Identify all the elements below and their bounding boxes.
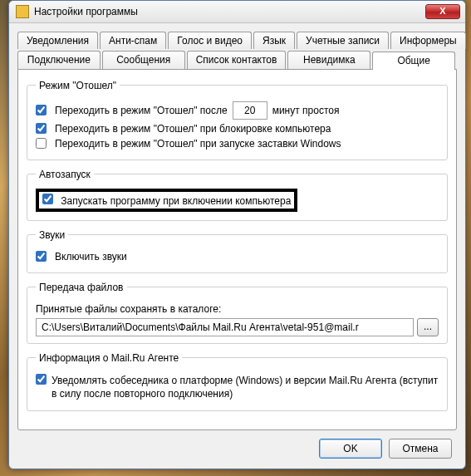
tab-contact-list[interactable]: Список контактов: [187, 51, 287, 69]
tab-invisible[interactable]: Невидимка: [287, 51, 370, 69]
tab-voice-video[interactable]: Голос и видео: [168, 32, 252, 49]
tab-accounts[interactable]: Учетные записи: [297, 32, 389, 49]
tab-messages[interactable]: Сообщения: [102, 51, 185, 69]
file-save-label: Принятые файлы сохранять в каталоге:: [36, 303, 221, 315]
dialog-buttons: OK Отмена: [17, 430, 457, 460]
group-agent-info: Информация о Mail.Ru Агенте Уведомлять с…: [27, 352, 448, 411]
cancel-button[interactable]: Отмена: [389, 439, 452, 459]
tab-general[interactable]: Общие: [372, 52, 455, 70]
tab-language[interactable]: Язык: [253, 32, 295, 49]
group-sounds-legend: Звуки: [36, 229, 68, 241]
group-autorun: Автозапуск Запускать программу при включ…: [27, 169, 448, 221]
tab-informers[interactable]: Информеры: [390, 32, 466, 49]
group-file-transfer: Передача файлов Принятые файлы сохранять…: [27, 282, 448, 344]
away-after-checkbox[interactable]: [36, 105, 47, 115]
app-icon: [16, 5, 29, 18]
sounds-checkbox[interactable]: [36, 251, 47, 262]
tab-panel-general: Режим "Отошел" Переходить в режим "Отоше…: [17, 69, 457, 430]
group-sounds: Звуки Включить звуки: [27, 229, 448, 273]
away-on-lock-checkbox[interactable]: [36, 123, 47, 134]
notify-platform-label[interactable]: Уведомлять собеседника о платформе (Wind…: [52, 374, 439, 400]
autorun-label[interactable]: Запускать программу при включении компью…: [42, 194, 291, 207]
away-after-label[interactable]: Переходить в режим "Отошел" после: [36, 105, 228, 116]
tab-antispam[interactable]: Анти-спам: [100, 32, 166, 49]
group-file-legend: Передача файлов: [36, 282, 127, 293]
window-title: Настройки программы: [34, 6, 425, 17]
settings-window: Настройки программы X Уведомления Анти-с…: [8, 0, 466, 469]
away-on-saver-label[interactable]: Переходить в режим "Отошел" при запуске …: [36, 138, 341, 150]
ok-button[interactable]: OK: [319, 439, 382, 459]
notify-platform-checkbox[interactable]: [36, 374, 47, 385]
tab-notifications[interactable]: Уведомления: [17, 32, 98, 49]
group-info-legend: Информация о Mail.Ru Агенте: [36, 352, 182, 364]
tab-connection[interactable]: Подключение: [17, 51, 101, 69]
tabstrip: Уведомления Анти-спам Голос и видео Язык…: [17, 32, 457, 69]
close-button[interactable]: X: [425, 4, 460, 19]
titlebar[interactable]: Настройки программы X: [9, 1, 465, 23]
autorun-checkbox[interactable]: [42, 194, 53, 204]
away-minutes-suffix: минут простоя: [272, 105, 340, 116]
autorun-highlight: Запускать программу при включении компью…: [36, 189, 297, 212]
away-on-saver-checkbox[interactable]: [36, 138, 47, 149]
away-minutes-input[interactable]: [233, 101, 267, 120]
group-away-legend: Режим "Отошел": [36, 80, 120, 91]
group-autorun-legend: Автозапуск: [36, 169, 94, 180]
away-on-lock-label[interactable]: Переходить в режим "Отошел" при блокиров…: [36, 123, 331, 135]
browse-button[interactable]: ...: [417, 318, 439, 336]
client-area: Уведомления Анти-спам Голос и видео Язык…: [9, 23, 465, 469]
file-path-input[interactable]: [36, 318, 414, 336]
group-away-mode: Режим "Отошел" Переходить в режим "Отоше…: [27, 80, 448, 160]
sounds-label[interactable]: Включить звуки: [36, 251, 127, 263]
